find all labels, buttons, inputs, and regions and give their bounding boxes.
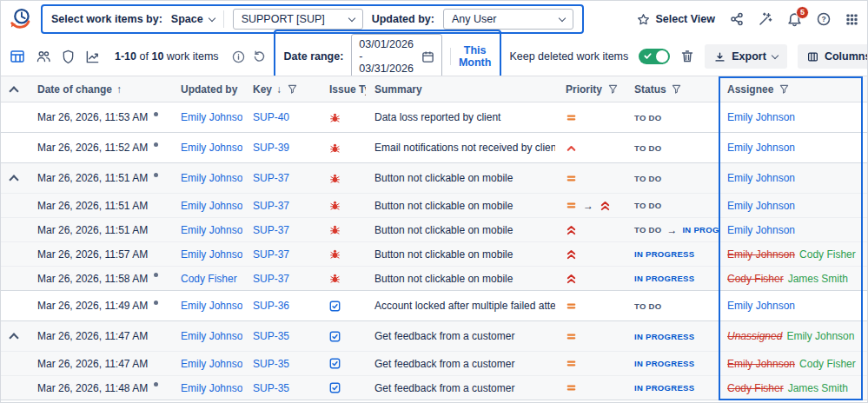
info-button[interactable] xyxy=(232,50,245,63)
status-badge: TO DO xyxy=(634,301,661,311)
assignee-link[interactable]: Emily Johnson xyxy=(727,300,795,312)
updated-by-link[interactable]: Emily Johnson xyxy=(181,330,242,342)
updated-by-link[interactable]: Emily Johnson xyxy=(181,224,242,236)
issue-key-link[interactable]: SUP-37 xyxy=(253,248,289,261)
filter-icon[interactable] xyxy=(779,84,789,94)
keep-deleted-toggle[interactable] xyxy=(639,49,670,64)
issue-key-link[interactable]: SUP-40 xyxy=(253,111,289,123)
summary-text: Button not clickable on mobile xyxy=(374,273,513,285)
table-row[interactable]: Mar 26, 2026, 11:51 AM Emily Johnson SUP… xyxy=(1,218,867,242)
trash-icon xyxy=(680,50,694,63)
filter-icon[interactable] xyxy=(672,84,681,94)
assignee-new-value: James Smith xyxy=(788,382,848,394)
updated-by-link[interactable]: Emily Johnson xyxy=(181,382,242,394)
updated-by-link[interactable]: Emily Johnson xyxy=(181,300,242,312)
apps-grid-button[interactable] xyxy=(845,13,858,26)
bug-icon xyxy=(329,200,341,211)
chart-view-button[interactable] xyxy=(85,50,100,64)
table-row[interactable]: Mar 26, 2026, 11:47 AM Emily Johnson SUP… xyxy=(1,352,867,376)
filter-icon[interactable] xyxy=(608,84,618,94)
table-toolbar: 1-10 of 10 work items Date range: xyxy=(1,37,867,76)
column-issue-type[interactable]: Issue Type xyxy=(329,83,366,96)
issue-key-link[interactable]: SUP-35 xyxy=(253,330,289,342)
table-view-button[interactable] xyxy=(10,49,25,64)
table-row[interactable]: Mar 26, 2026, 11:53 AM Emily Johnson SUP… xyxy=(1,102,867,133)
status-badge: TO DO xyxy=(634,225,661,235)
issue-key-link[interactable]: SUP-37 xyxy=(253,200,289,212)
issue-key-link[interactable]: SUP-37 xyxy=(253,273,289,285)
issue-key-link[interactable]: SUP-35 xyxy=(253,358,289,370)
column-date-of-change[interactable]: Date of change xyxy=(37,83,112,96)
updated-by-dropdown[interactable]: Any User xyxy=(443,9,573,30)
notifications-button[interactable]: 5 xyxy=(787,12,802,27)
unread-dot-icon xyxy=(154,142,158,147)
assignee-link[interactable]: Emily Johnson xyxy=(727,172,795,184)
table-row[interactable]: Mar 26, 2026, 11:49 AM Emily Johnson SUP… xyxy=(1,291,867,321)
issue-key-link[interactable]: SUP-37 xyxy=(253,224,289,236)
unread-dot-icon xyxy=(154,173,158,177)
column-key[interactable]: Key xyxy=(253,83,272,96)
table-row[interactable]: Mar 26, 2026, 11:48 AM Emily Johnson SUP… xyxy=(1,376,867,400)
project-dropdown[interactable]: SUPPORT [SUP] xyxy=(233,9,363,30)
status-badge: TO DO xyxy=(634,143,661,153)
summary-text: Account locked after multiple failed att… xyxy=(374,300,555,312)
users-view-button[interactable] xyxy=(36,49,51,64)
change-date: Mar 26, 2026, 11:52 AM xyxy=(37,142,148,154)
share-button[interactable] xyxy=(730,12,744,26)
export-button[interactable]: Export xyxy=(705,44,787,69)
filter-icon[interactable] xyxy=(288,84,297,94)
calendar-icon xyxy=(421,50,434,63)
assignee-link[interactable]: Emily Johnson xyxy=(727,111,795,123)
table-row[interactable]: Mar 26, 2026, 11:51 AM Emily Johnson SUP… xyxy=(1,194,867,218)
columns-button[interactable]: Columns xyxy=(798,44,868,69)
collapse-all-icon[interactable] xyxy=(9,86,18,95)
updated-by-link[interactable]: Emily Johnson xyxy=(181,111,242,123)
sort-asc-icon[interactable]: ↑ xyxy=(116,83,122,96)
updated-by-link[interactable]: Emily Johnson xyxy=(181,200,242,212)
updated-by-link[interactable]: Emily Johnson xyxy=(181,358,242,370)
column-status[interactable]: Status xyxy=(634,83,666,96)
updated-by-link[interactable]: Emily Johnson xyxy=(181,142,242,154)
column-updated-by[interactable]: Updated by xyxy=(181,83,237,96)
issue-key-link[interactable]: SUP-39 xyxy=(253,142,289,154)
select-view-button[interactable]: Select View xyxy=(637,13,715,26)
this-month-button[interactable]: This Month xyxy=(459,44,491,69)
updated-by-link[interactable]: Emily Johnson xyxy=(181,248,242,261)
bug-icon xyxy=(329,142,341,154)
select-by-dropdown[interactable]: Space xyxy=(171,13,215,25)
column-priority[interactable]: Priority xyxy=(566,83,602,96)
table-row[interactable]: Mar 26, 2026, 11:57 AM Emily Johnson SUP… xyxy=(1,242,867,267)
issue-key-link[interactable]: SUP-37 xyxy=(253,172,289,184)
delete-button[interactable] xyxy=(680,50,694,63)
issue-key-link[interactable]: SUP-35 xyxy=(253,382,289,394)
divider xyxy=(223,10,224,28)
issue-key-link[interactable]: SUP-36 xyxy=(253,300,289,312)
table-row[interactable]: Mar 26, 2026, 11:52 AM Emily Johnson SUP… xyxy=(1,133,867,163)
shield-view-button[interactable] xyxy=(62,50,75,64)
assignee-link[interactable]: Emily Johnson xyxy=(727,200,795,212)
bug-icon xyxy=(329,273,341,284)
bug-icon xyxy=(329,173,341,184)
collapse-group-icon[interactable] xyxy=(9,333,18,341)
status-badge: TO DO xyxy=(634,174,661,183)
change-arrow-icon: → xyxy=(665,224,679,236)
updated-by-link[interactable]: Emily Johnson xyxy=(181,172,242,184)
help-button[interactable]: ? xyxy=(817,12,831,26)
assignee-new-value: James Smith xyxy=(788,273,848,285)
date-range-input[interactable]: 03/01/2026 - 03/31/2026 xyxy=(351,34,442,79)
table-row[interactable]: Mar 26, 2026, 11:47 AM Emily Johnson SUP… xyxy=(1,321,867,352)
assignee-link[interactable]: Emily Johnson xyxy=(727,224,795,236)
table-row[interactable]: Mar 26, 2026, 11:51 AM Emily Johnson SUP… xyxy=(1,163,867,194)
status-badge: IN PROGRESS xyxy=(634,383,694,393)
priority-medium-icon xyxy=(566,358,577,369)
magic-wand-button[interactable] xyxy=(759,12,772,26)
sort-desc-icon[interactable]: ↓ xyxy=(276,83,282,96)
assignee-link[interactable]: Emily Johnson xyxy=(727,142,795,154)
change-date: Mar 26, 2026, 11:49 AM xyxy=(37,300,148,312)
updated-by-link[interactable]: Cody Fisher xyxy=(181,273,237,285)
table-row[interactable]: Mar 26, 2026, 11:58 AM Cody Fisher SUP-3… xyxy=(1,267,867,291)
refresh-button[interactable] xyxy=(253,50,266,63)
collapse-group-icon[interactable] xyxy=(9,175,18,183)
column-assignee[interactable]: Assignee xyxy=(727,83,773,96)
column-summary[interactable]: Summary xyxy=(374,83,422,96)
